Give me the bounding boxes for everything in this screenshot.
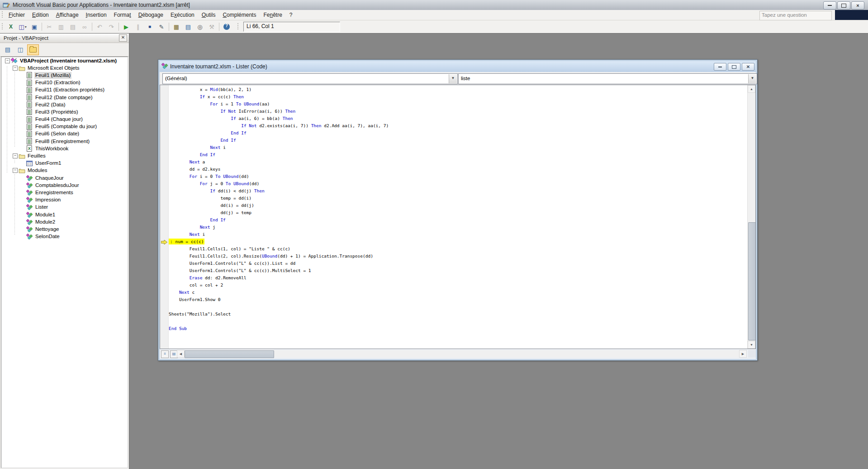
indicator-margin[interactable] [160,85,169,349]
design-mode-button[interactable]: ✎ [156,22,167,32]
sheet-icon [26,101,33,108]
insert-userform-button[interactable]: ◫▾ [17,22,28,32]
tree-item-feuil4-chaque-jour[interactable]: Feuil4 (Chaque jour) [1,116,128,123]
collapse-icon[interactable]: − [5,58,10,63]
tree-item-enregistrements[interactable]: Enregistrements [1,189,128,196]
object-browser-icon: ◎ [197,24,202,30]
sheet-icon [26,130,33,137]
chevron-down-icon[interactable]: ▼ [449,74,457,83]
tree-item-label: Modules [27,167,48,174]
menu-item-d-bogage[interactable]: Débogage [135,10,167,19]
tree-item-vbaproject-inventaire-tournant2-xlsm[interactable]: −VBAProject (Inventaire tournant2.xlsm) [1,57,128,64]
menu-item-affichage[interactable]: Affichage [52,10,82,19]
project-explorer-button[interactable]: ▦ [171,22,182,32]
tree-item-label: Nettoyage [34,226,60,233]
tree-item-chaquejour[interactable]: ChaqueJour [1,174,128,182]
maximize-button[interactable] [837,1,850,10]
sheet-icon [26,94,33,101]
toolbar-separator [42,23,42,31]
menu-item-compl-ments[interactable]: Compléments [219,10,260,19]
tree-item-feuil5-comptable-du-jour[interactable]: Feuil5 (Comptable du jour) [1,123,128,130]
scroll-down-icon[interactable]: ▼ [748,341,755,349]
menu-item-fen-tre[interactable]: Fenêtre [260,10,285,19]
tree-item-feuil11-extraction-propri-t-s[interactable]: Feuil11 (Extraction propriétés) [1,86,128,94]
resize-grip[interactable] [748,350,756,358]
menu-item-fichier[interactable]: Fichier [5,10,28,19]
tree-item-modules[interactable]: −Modules [1,167,128,174]
tree-item-feuil8-enregistrement[interactable]: Feuil8 (Enregistrement) [1,138,128,145]
tree-item-lister[interactable]: Lister [1,204,128,211]
tree-item-label: Feuil4 (Chaque jour) [34,116,84,123]
code-line [169,318,747,325]
tree-item-label: Feuil11 (Extraction propriétés) [34,86,105,93]
project-panel-close-button[interactable]: ✕ [119,34,127,42]
tree-item-module2[interactable]: Module2 [1,218,128,225]
code-window: Inventaire tournant2.xlsm - Lister (Code… [158,59,758,361]
code-restore-button[interactable] [728,63,740,71]
save-button[interactable]: ▣ [29,22,40,32]
view-object-button[interactable]: ◫ [14,44,26,55]
tree-item-feuilles[interactable]: −Feuilles [1,152,128,159]
horizontal-scrollbar[interactable]: ◀ ▶ [177,350,747,358]
reset-button[interactable]: ■ [144,22,155,32]
tree-item-selondate[interactable]: SelonDate [1,233,128,240]
object-combobox[interactable]: (Général) ▼ [162,73,458,84]
procedure-combobox[interactable]: liste ▼ [458,73,757,84]
horizontal-scrollbar-thumb[interactable] [185,350,274,358]
binoculars-icon: ∞ [82,24,86,30]
vertical-scrollbar-thumb[interactable] [748,222,756,340]
scroll-left-icon[interactable]: ◀ [177,350,185,358]
run-button[interactable]: ▶ [121,22,132,32]
view-code-icon: ▤ [5,46,10,53]
code-close-button[interactable]: ✕ [742,63,754,71]
vertical-scrollbar[interactable]: ▲ ▼ [747,85,755,349]
collapse-icon[interactable]: − [13,168,18,173]
collapse-icon[interactable]: − [13,153,18,158]
chevron-down-icon[interactable]: ▾ [25,25,27,29]
help-button[interactable]: ? [221,22,232,32]
chevron-down-icon[interactable]: ▼ [748,74,756,83]
redo-button: ↷ [106,22,117,32]
view-excel-button[interactable]: X [5,22,16,32]
object-browser-button[interactable]: ◎ [194,22,205,32]
tree-item-feuil6-selon-date[interactable]: Feuil6 (Selon date) [1,130,128,138]
module-icon [26,204,33,211]
menubar-grip[interactable] [1,11,4,19]
menu-item-outils[interactable]: Outils [198,10,219,19]
menu-item-[interactable]: ? [286,10,296,19]
code-line [169,303,747,311]
code-minimize-button[interactable] [714,63,726,71]
menu-item-insertion[interactable]: Insertion [82,10,110,19]
tree-item-feuil2-data[interactable]: Feuil2 (Data) [1,101,128,108]
properties-window-button[interactable]: ▤ [183,22,194,32]
scroll-up-icon[interactable]: ▲ [748,85,755,93]
window-titlebar: Microsoft Visual Basic pour Applications… [0,0,868,10]
tree-item-userform1[interactable]: UserForm1 [1,160,128,167]
menu-item-format[interactable]: Format [110,10,135,19]
tree-item-feuil3-propri-t-s[interactable]: Feuil3 (Propriétés) [1,108,128,115]
menu-item-ex-cution[interactable]: Exécution [167,10,198,19]
tree-item-comptablesdujour[interactable]: ComptablesduJour [1,182,128,189]
debug-toolbar-grip[interactable] [237,23,239,30]
scroll-right-icon[interactable]: ▶ [739,350,747,358]
tree-item-microsoft-excel-objets[interactable]: −Microsoft Excel Objets [1,64,128,72]
menu-item-edition[interactable]: Edition [28,10,52,19]
tree-item-thisworkbook[interactable]: XThisWorkbook [1,145,128,152]
code-editor[interactable]: x = Mid(bb(a), 2, 1) If x = cc(c) Then F… [160,85,756,349]
tree-item-feuil12-date-comptage[interactable]: Feuil12 (Date comptage) [1,94,128,101]
tree-item-nettoyage[interactable]: Nettoyage [1,225,128,233]
tree-item-feuil1-mozilla[interactable]: Feuil1 (Mozilla) [1,72,128,79]
toolbar-separator [119,23,119,31]
toolbar-grip[interactable] [1,23,4,30]
question-input[interactable]: Tapez une question [759,11,832,20]
procedure-view-button[interactable]: ≡ [161,350,169,358]
collapse-icon[interactable]: − [13,66,18,71]
tree-item-impression[interactable]: Impression [1,196,128,204]
tree-item-feuil10-extraction[interactable]: Feuil10 (Extraction) [1,79,128,86]
toggle-folders-button[interactable] [27,44,39,55]
code-line: dd(j) = temp [169,209,747,216]
close-button[interactable]: × [851,1,864,10]
tree-item-module1[interactable]: Module1 [1,211,128,218]
minimize-button[interactable] [823,1,836,10]
view-code-button[interactable]: ▤ [2,44,14,55]
